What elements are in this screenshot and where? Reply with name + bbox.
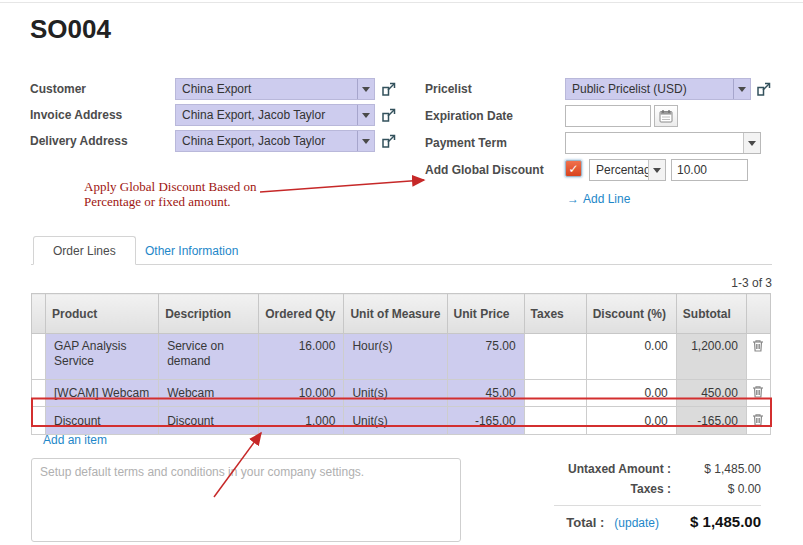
delivery-address-label: Delivery Address	[30, 134, 128, 148]
annotation-global-discount-note: Apply Global Discount Based on Percentag…	[84, 179, 257, 209]
expiration-date-input[interactable]	[565, 105, 651, 127]
annotation-line-1: Apply Global Discount Based on	[84, 179, 257, 194]
customer-label: Customer	[30, 82, 86, 96]
trash-icon	[752, 385, 764, 398]
total-divider	[554, 505, 761, 506]
description-cell[interactable]: Service on demand	[159, 334, 259, 380]
row-handle	[32, 334, 46, 380]
tab-other-information[interactable]: Other Information	[131, 236, 252, 265]
update-total-link[interactable]: (update)	[614, 516, 659, 530]
discount-amount-input[interactable]	[671, 159, 748, 181]
taxes-cell[interactable]	[524, 380, 586, 407]
table-header-row: Product Description Ordered Qty Unit of …	[32, 294, 771, 334]
pricelist-label: Pricelist	[425, 82, 472, 96]
top-divider	[0, 2, 803, 3]
description-cell[interactable]: Discount	[159, 407, 259, 435]
trash-icon	[752, 413, 764, 426]
checkmark-icon: ✓	[568, 163, 578, 175]
total-row: Total : (update) $ 1,485.00	[505, 513, 761, 530]
header-discount[interactable]: Discount (%)	[586, 294, 676, 334]
header-subtotal[interactable]: Subtotal	[676, 294, 746, 334]
invoice-address-value: China Export, Jacob Taylor	[176, 108, 357, 122]
delete-row-button[interactable]	[746, 407, 770, 435]
delivery-address-value: China Export, Jacob Taylor	[176, 134, 357, 148]
discount-cell[interactable]: 0.00	[586, 407, 676, 435]
chevron-down-icon[interactable]	[357, 79, 374, 99]
terms-and-conditions-input[interactable]	[31, 458, 461, 542]
qty-cell[interactable]: 10.000	[259, 380, 344, 407]
tab-order-lines[interactable]: Order Lines	[33, 236, 136, 265]
page-title: SO004	[30, 14, 111, 45]
chevron-down-icon[interactable]	[733, 79, 750, 99]
chevron-down-icon[interactable]	[648, 160, 665, 180]
qty-cell[interactable]: 1.000	[259, 407, 344, 435]
add-line-label: Add Line	[583, 192, 630, 206]
payment-term-select[interactable]	[565, 132, 761, 154]
discount-type-select[interactable]: Percentage	[589, 159, 666, 181]
uom-cell[interactable]: Hour(s)	[344, 334, 447, 380]
global-discount-checkbox[interactable]: ✓	[565, 160, 582, 177]
invoice-address-external-link-icon[interactable]	[381, 107, 397, 123]
unit-price-cell[interactable]: 75.00	[447, 334, 524, 380]
customer-select[interactable]: China Export	[175, 78, 375, 100]
delivery-address-external-link-icon[interactable]	[381, 133, 397, 149]
uom-cell[interactable]: Unit(s)	[344, 407, 447, 435]
subtotal-cell: 450.00	[676, 380, 746, 407]
invoice-address-select[interactable]: China Export, Jacob Taylor	[175, 104, 375, 126]
discount-cell[interactable]: 0.00	[586, 334, 676, 380]
header-unit-price[interactable]: Unit Price	[447, 294, 524, 334]
delivery-address-select[interactable]: China Export, Jacob Taylor	[175, 130, 375, 152]
pricelist-select[interactable]: Public Pricelist (USD)	[565, 78, 751, 100]
product-cell[interactable]: GAP Analysis Service	[46, 334, 159, 380]
discount-cell[interactable]: 0.00	[586, 380, 676, 407]
delete-row-button[interactable]	[746, 334, 770, 380]
add-an-item-link[interactable]: Add an item	[43, 433, 107, 447]
total-value: $ 1,485.00	[675, 513, 761, 530]
header-unit-of-measure[interactable]: Unit of Measure	[344, 294, 447, 334]
product-cell[interactable]: Discount	[46, 407, 159, 435]
expiration-date-label: Expiration Date	[425, 109, 513, 123]
pager: 1-3 of 3	[731, 276, 772, 290]
delete-row-button[interactable]	[746, 380, 770, 407]
subtotal-cell: -165.00	[676, 407, 746, 435]
chevron-down-icon[interactable]	[743, 133, 760, 153]
trash-icon	[752, 339, 764, 352]
header-description[interactable]: Description	[159, 294, 259, 334]
chevron-down-icon[interactable]	[357, 131, 374, 151]
order-line-row-1[interactable]: GAP Analysis Service Service on demand 1…	[32, 334, 771, 380]
customer-external-link-icon[interactable]	[381, 81, 397, 97]
header-product[interactable]: Product	[46, 294, 159, 334]
invoice-address-label: Invoice Address	[30, 108, 122, 122]
untaxed-amount-label: Untaxed Amount :	[505, 462, 671, 476]
untaxed-amount-value: $ 1,485.00	[671, 462, 761, 476]
calendar-icon[interactable]	[654, 105, 678, 127]
customer-value: China Export	[176, 82, 357, 96]
taxes-cell[interactable]	[524, 407, 586, 435]
description-cell[interactable]: Webcam	[159, 380, 259, 407]
order-line-row-discount[interactable]: Discount Discount 1.000 Unit(s) -165.00 …	[32, 407, 771, 435]
header-ordered-qty[interactable]: Ordered Qty	[259, 294, 344, 334]
uom-cell[interactable]: Unit(s)	[344, 380, 447, 407]
untaxed-amount-row: Untaxed Amount : $ 1,485.00	[505, 462, 761, 476]
annotation-arrow-global-discount	[260, 180, 424, 192]
taxes-label: Taxes :	[505, 482, 671, 496]
subtotal-cell: 1,200.00	[676, 334, 746, 380]
annotation-line-2: Percentage or fixed amount.	[84, 194, 257, 209]
unit-price-cell[interactable]: 45.00	[447, 380, 524, 407]
unit-price-cell[interactable]: -165.00	[447, 407, 524, 435]
header-handle	[32, 294, 46, 334]
taxes-cell[interactable]	[524, 334, 586, 380]
sales-order-page: SO004 Customer China Export Invoice Addr…	[0, 0, 803, 545]
qty-cell[interactable]: 16.000	[259, 334, 344, 380]
discount-type-value: Percentage	[590, 163, 648, 177]
order-lines-table: Product Description Ordered Qty Unit of …	[31, 293, 771, 435]
header-taxes[interactable]: Taxes	[524, 294, 586, 334]
product-cell[interactable]: [WCAM] Webcam	[46, 380, 159, 407]
order-line-row-2[interactable]: [WCAM] Webcam Webcam 10.000 Unit(s) 45.0…	[32, 380, 771, 407]
pricelist-external-link-icon[interactable]	[756, 81, 772, 97]
tab-other-information-label: Other Information	[145, 244, 238, 258]
total-label: Total :	[566, 515, 604, 530]
header-actions	[746, 294, 770, 334]
chevron-down-icon[interactable]	[357, 105, 374, 125]
add-line-button[interactable]: →Add Line	[567, 192, 630, 206]
